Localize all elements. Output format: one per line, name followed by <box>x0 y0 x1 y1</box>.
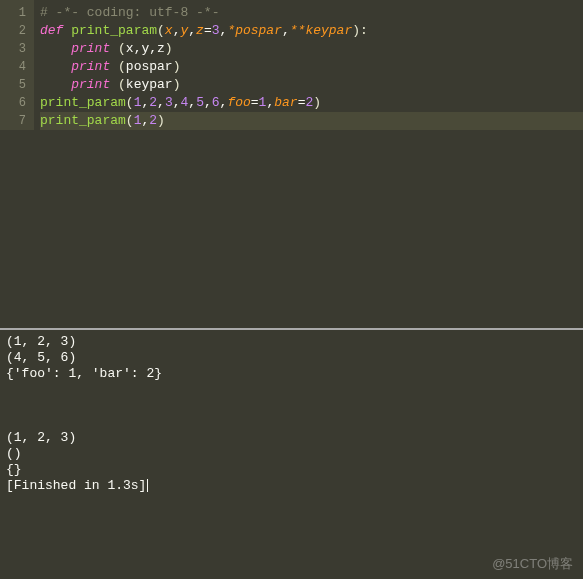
line-number: 6 <box>0 94 26 112</box>
line-number: 2 <box>0 22 26 40</box>
token: # -*- coding: utf-8 -*- <box>40 5 219 20</box>
token: pospar <box>126 59 173 74</box>
token: print_param <box>40 113 126 128</box>
code-line[interactable]: print (x,y,z) <box>40 40 583 58</box>
token: , <box>157 95 165 110</box>
token: 2 <box>149 113 157 128</box>
output-line: {'foo': 1, 'bar': 2} <box>6 366 577 382</box>
token: z <box>196 23 204 38</box>
code-line[interactable]: print_param(1,2) <box>40 112 583 130</box>
output-line: [Finished in 1.3s] <box>6 478 577 494</box>
line-number: 3 <box>0 40 26 58</box>
output-line: () <box>6 446 577 462</box>
text-cursor <box>147 479 148 492</box>
token: ): <box>352 23 368 38</box>
code-area: 1234567 # -*- coding: utf-8 -*-def print… <box>0 0 583 130</box>
line-number-gutter: 1234567 <box>0 0 34 130</box>
token: = <box>204 23 212 38</box>
line-number: 7 <box>0 112 26 130</box>
token: *pospar <box>227 23 282 38</box>
watermark-text: @51CTO博客 <box>492 555 573 573</box>
token: ( <box>157 23 165 38</box>
code-editor-pane[interactable]: 1234567 # -*- coding: utf-8 -*-def print… <box>0 0 583 330</box>
token: print <box>71 77 118 92</box>
token <box>40 77 71 92</box>
build-output-pane[interactable]: (1, 2, 3)(4, 5, 6){'foo': 1, 'bar': 2}(1… <box>0 330 583 498</box>
output-line <box>6 398 577 414</box>
token: , <box>188 23 196 38</box>
output-line: (1, 2, 3) <box>6 430 577 446</box>
line-number: 4 <box>0 58 26 76</box>
line-number: 1 <box>0 4 26 22</box>
token: ( <box>118 59 126 74</box>
token: ( <box>126 95 134 110</box>
output-line: (4, 5, 6) <box>6 350 577 366</box>
code-line[interactable]: print (keypar) <box>40 76 583 94</box>
token: ) <box>165 41 173 56</box>
token: ( <box>126 113 134 128</box>
code-line[interactable]: print (pospar) <box>40 58 583 76</box>
token: **keypar <box>290 23 352 38</box>
token <box>40 41 71 56</box>
token: 5 <box>196 95 204 110</box>
token: ) <box>313 95 321 110</box>
token <box>40 59 71 74</box>
token: def <box>40 23 71 38</box>
code-line[interactable]: # -*- coding: utf-8 -*- <box>40 4 583 22</box>
token: , <box>204 95 212 110</box>
token: print <box>71 41 118 56</box>
token: ) <box>173 59 181 74</box>
token: , <box>173 95 181 110</box>
token: print <box>71 59 118 74</box>
token: print_param <box>40 95 126 110</box>
output-line: (1, 2, 3) <box>6 334 577 350</box>
output-line <box>6 382 577 398</box>
token: , <box>188 95 196 110</box>
token: 2 <box>149 95 157 110</box>
token: ( <box>118 41 126 56</box>
token: 3 <box>165 95 173 110</box>
token: 6 <box>212 95 220 110</box>
token: foo <box>227 95 250 110</box>
line-number: 5 <box>0 76 26 94</box>
token: keypar <box>126 77 173 92</box>
code-line[interactable]: print_param(1,2,3,4,5,6,foo=1,bar=2) <box>40 94 583 112</box>
token: 3 <box>212 23 220 38</box>
token: ) <box>173 77 181 92</box>
output-line <box>6 414 577 430</box>
output-line: {} <box>6 462 577 478</box>
token: print_param <box>71 23 157 38</box>
code-lines[interactable]: # -*- coding: utf-8 -*-def print_param(x… <box>34 0 583 130</box>
token: ) <box>157 113 165 128</box>
code-line[interactable]: def print_param(x,y,z=3,*pospar,**keypar… <box>40 22 583 40</box>
token: , <box>282 23 290 38</box>
token: ( <box>118 77 126 92</box>
token: x <box>165 23 173 38</box>
token: bar <box>274 95 297 110</box>
token: x,y,z <box>126 41 165 56</box>
token: = <box>251 95 259 110</box>
